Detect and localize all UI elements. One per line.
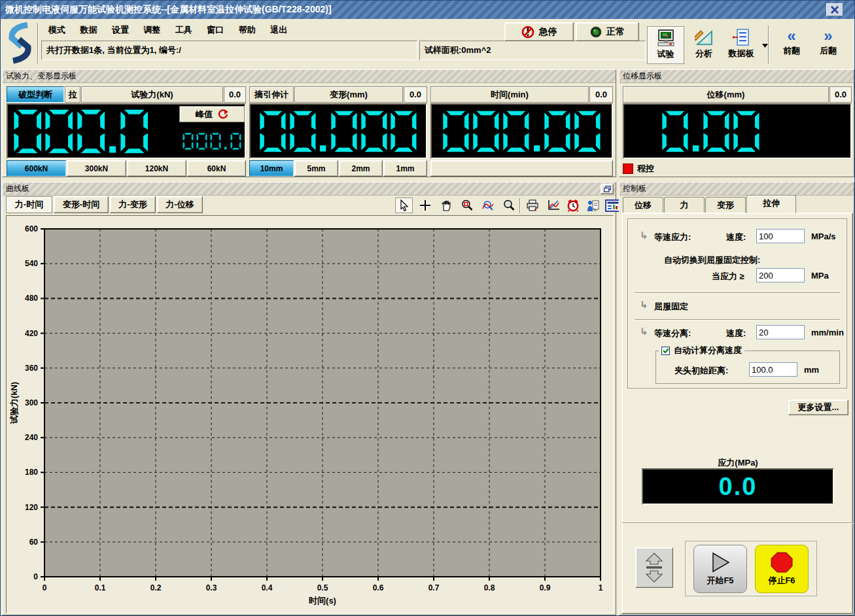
force-header: 试验力(kN): [81, 86, 223, 103]
timer-button[interactable]: [564, 197, 582, 213]
const-stress-speed-label: 速度:: [726, 231, 746, 243]
force-range-600kn[interactable]: 600kN: [7, 160, 66, 177]
menu-adjust[interactable]: 调整: [137, 22, 166, 38]
databoard-dropdown-icon[interactable]: [762, 44, 768, 48]
checkmark-icon: [663, 348, 669, 354]
zoom-box-tool-button[interactable]: [458, 197, 476, 213]
svg-text:480: 480: [25, 294, 38, 303]
pull-button[interactable]: 拉: [65, 86, 80, 103]
stop-button[interactable]: 停止F6: [755, 545, 809, 593]
stop-octagon-icon: [770, 551, 794, 573]
crosshair-tool-button[interactable]: [416, 197, 434, 213]
extensometer-button[interactable]: 摘引伸计: [249, 86, 294, 103]
curve-tab-force-displacement[interactable]: 力-位移: [157, 196, 203, 213]
auto-calc-checkbox[interactable]: [661, 347, 670, 355]
close-button[interactable]: [826, 3, 843, 16]
page-next-icon: »: [824, 29, 832, 43]
svg-text:0.1: 0.1: [95, 583, 106, 592]
force-deform-panel-title: 试验力、变形显示板: [3, 70, 616, 83]
deform-display: [249, 103, 427, 159]
force-deform-panel: 试验力、变形显示板 破型判断 拉 试验力(kN) 0.0 峰值 600kN 30…: [2, 69, 616, 177]
divider: [635, 319, 840, 320]
peak-reset-icon: [218, 109, 228, 120]
toolbar-page-next-button[interactable]: » 后翻: [811, 26, 845, 64]
curve-tab-force-deform[interactable]: 力-变形: [110, 196, 156, 213]
pan-tool-button[interactable]: [437, 197, 455, 213]
zoom-curve-icon: [482, 199, 494, 211]
toolbar-test-label: 试验: [657, 48, 674, 60]
control-tab-force[interactable]: 力: [664, 197, 705, 213]
menu-help[interactable]: 帮助: [233, 22, 262, 38]
const-separation-speed-input[interactable]: [756, 325, 805, 339]
auto-switch-label: 自动切换到屈服固定控制:: [664, 254, 760, 266]
force-range-300kn[interactable]: 300kN: [67, 160, 126, 177]
zoom-out-tool-button[interactable]: [500, 197, 517, 213]
jog-up-down-button[interactable]: [635, 547, 673, 588]
normal-led-icon: [590, 26, 602, 38]
const-stress-speed-input[interactable]: [756, 229, 805, 243]
menu-settings[interactable]: 设置: [106, 22, 135, 38]
grip-distance-input[interactable]: [749, 362, 797, 377]
curve-tab-deform-time[interactable]: 变形-时间: [54, 196, 109, 213]
peak-button[interactable]: 峰值: [179, 106, 245, 122]
toolbar-test-button[interactable]: 试验: [647, 26, 684, 64]
control-tab-displacement[interactable]: 位移: [623, 197, 663, 213]
more-settings-button[interactable]: 更多设置...: [788, 400, 848, 415]
const-separation-unit: mm/min: [811, 328, 844, 337]
branch-arrow-icon: ↳: [640, 299, 648, 311]
cursor-tool-button[interactable]: [395, 197, 413, 213]
break-judge-button[interactable]: 破型判断: [7, 86, 64, 103]
panel-restore-button[interactable]: [601, 184, 614, 194]
displacement-display: [623, 103, 852, 159]
emergency-stop-label: 急停: [539, 26, 557, 38]
grip-distance-label: 夹头初始距离:: [674, 365, 728, 377]
menu-data[interactable]: 数据: [74, 22, 103, 38]
program-control-indicator-icon: [623, 163, 633, 174]
auto-calc-legend: 自动计算分离速度: [659, 345, 744, 356]
svg-text:0: 0: [43, 583, 47, 592]
menu-mode[interactable]: 模式: [43, 22, 71, 38]
switch-threshold-input[interactable]: [756, 268, 805, 282]
zoom-curve-tool-button[interactable]: [479, 197, 497, 213]
svg-text:0.6: 0.6: [373, 583, 384, 592]
deform-display-digits: [251, 109, 426, 154]
control-tab-tension[interactable]: 拉伸: [746, 195, 796, 213]
auto-calc-label: 自动计算分离速度: [674, 345, 742, 356]
force-range-60kn[interactable]: 60kN: [187, 160, 246, 177]
displacement-display-digits: [660, 109, 761, 154]
menu-exit[interactable]: 退出: [264, 22, 293, 38]
svg-text:420: 420: [25, 329, 38, 338]
title-bar: 微机控制电液伺服万能试验机测控系统--[金属材料室温拉伸试验(GB/T228-2…: [1, 1, 854, 19]
normal-status-button[interactable]: 正常: [576, 22, 639, 41]
menu-window[interactable]: 窗口: [201, 22, 230, 38]
crosshair-icon: [419, 199, 431, 211]
time-display: [430, 103, 613, 159]
alarm-clock-icon: [567, 199, 580, 212]
toolbar-databoard-button[interactable]: 数据板: [722, 26, 761, 64]
close-icon: [831, 6, 839, 14]
const-separation-label: 等速分离:: [654, 328, 691, 339]
emergency-stop-button[interactable]: 急停: [504, 22, 574, 41]
deform-range-1mm[interactable]: 1mm: [383, 160, 427, 177]
force-range-120kn[interactable]: 120kN: [127, 160, 186, 177]
app-logo-icon: [6, 22, 35, 64]
deform-range-10mm[interactable]: 10mm: [249, 160, 294, 177]
curve-analysis-button[interactable]: [544, 197, 562, 213]
start-button[interactable]: 开始F5: [693, 545, 747, 593]
operator-record-button[interactable]: [584, 197, 601, 213]
deform-range-5mm[interactable]: 5mm: [294, 160, 338, 177]
toolbar-page-prev-button[interactable]: « 前翻: [775, 26, 809, 64]
control-tab-deform[interactable]: 变形: [705, 197, 746, 213]
status-data-info: 共打开数据1条, 当前位置为1, 编号:/: [41, 41, 417, 60]
program-control-row: 程控: [623, 162, 852, 176]
print-button[interactable]: [523, 197, 541, 213]
menu-tools[interactable]: 工具: [169, 22, 198, 38]
deform-range-2mm[interactable]: 2mm: [339, 160, 383, 177]
svg-text:试验力(kN): 试验力(kN): [9, 382, 19, 424]
stress-readout-label: 应力(MPa): [622, 457, 854, 469]
normal-status-label: 正常: [606, 26, 625, 38]
toolbar-analyze-button[interactable]: 分析: [687, 26, 721, 64]
time-display-digits: [432, 109, 612, 154]
emergency-stop-icon: [521, 26, 534, 39]
curve-tab-force-time[interactable]: 力-时间: [6, 196, 52, 213]
